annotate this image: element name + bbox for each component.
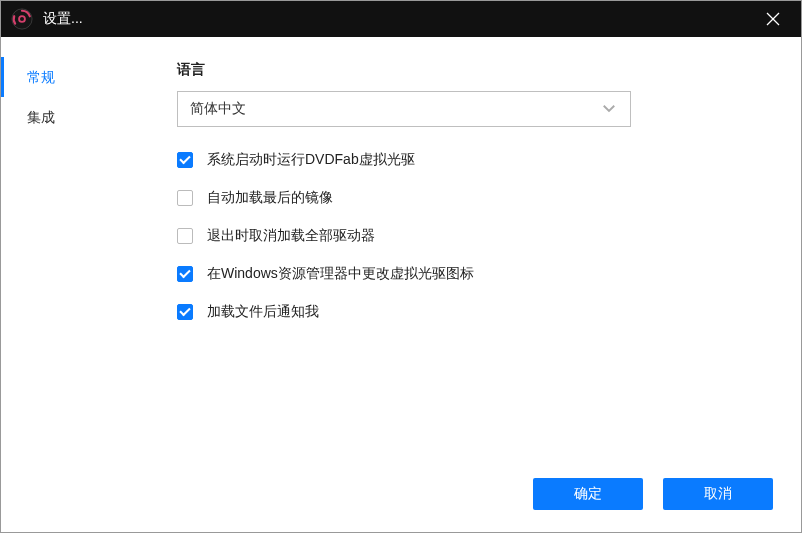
button-label: 取消 xyxy=(704,485,732,503)
ok-button[interactable]: 确定 xyxy=(533,478,643,510)
option-label: 加载文件后通知我 xyxy=(207,303,319,321)
option-label: 自动加载最后的镜像 xyxy=(207,189,333,207)
sidebar-item-integration[interactable]: 集成 xyxy=(1,97,157,137)
option-label: 在Windows资源管理器中更改虚拟光驱图标 xyxy=(207,265,474,283)
titlebar: 设置... xyxy=(1,1,801,37)
option-label: 退出时取消加载全部驱动器 xyxy=(207,227,375,245)
settings-window: 设置... 常规 集成 语言 简体中文 xyxy=(0,0,802,533)
option-run-on-startup[interactable]: 系统启动时运行DVDFab虚拟光驱 xyxy=(177,151,773,169)
window-title: 设置... xyxy=(43,10,751,28)
option-notify-after-mount[interactable]: 加载文件后通知我 xyxy=(177,303,773,321)
option-autoload-last-image[interactable]: 自动加载最后的镜像 xyxy=(177,189,773,207)
checkbox-icon xyxy=(177,304,193,320)
app-icon xyxy=(11,8,33,30)
footer: 确定 取消 xyxy=(1,478,801,532)
checkbox-icon xyxy=(177,266,193,282)
sidebar: 常规 集成 xyxy=(1,37,157,478)
close-icon xyxy=(766,12,780,26)
option-unmount-on-exit[interactable]: 退出时取消加载全部驱动器 xyxy=(177,227,773,245)
option-change-explorer-icon[interactable]: 在Windows资源管理器中更改虚拟光驱图标 xyxy=(177,265,773,283)
checkbox-icon xyxy=(177,190,193,206)
window-body: 常规 集成 语言 简体中文 系统启动时运行DVDFab虚拟光驱 自动加载最后的镜… xyxy=(1,37,801,478)
sidebar-item-label: 集成 xyxy=(27,109,55,125)
option-label: 系统启动时运行DVDFab虚拟光驱 xyxy=(207,151,415,169)
sidebar-item-general[interactable]: 常规 xyxy=(1,57,157,97)
button-label: 确定 xyxy=(574,485,602,503)
cancel-button[interactable]: 取消 xyxy=(663,478,773,510)
svg-point-0 xyxy=(12,9,32,29)
language-label: 语言 xyxy=(177,61,773,79)
checkbox-icon xyxy=(177,228,193,244)
language-select[interactable]: 简体中文 xyxy=(177,91,631,127)
chevron-down-icon xyxy=(600,99,618,120)
close-button[interactable] xyxy=(751,1,795,37)
language-select-value: 简体中文 xyxy=(190,100,600,118)
main-panel: 语言 简体中文 系统启动时运行DVDFab虚拟光驱 自动加载最后的镜像 退出时取… xyxy=(157,37,801,478)
sidebar-item-label: 常规 xyxy=(27,69,55,85)
checkbox-icon xyxy=(177,152,193,168)
